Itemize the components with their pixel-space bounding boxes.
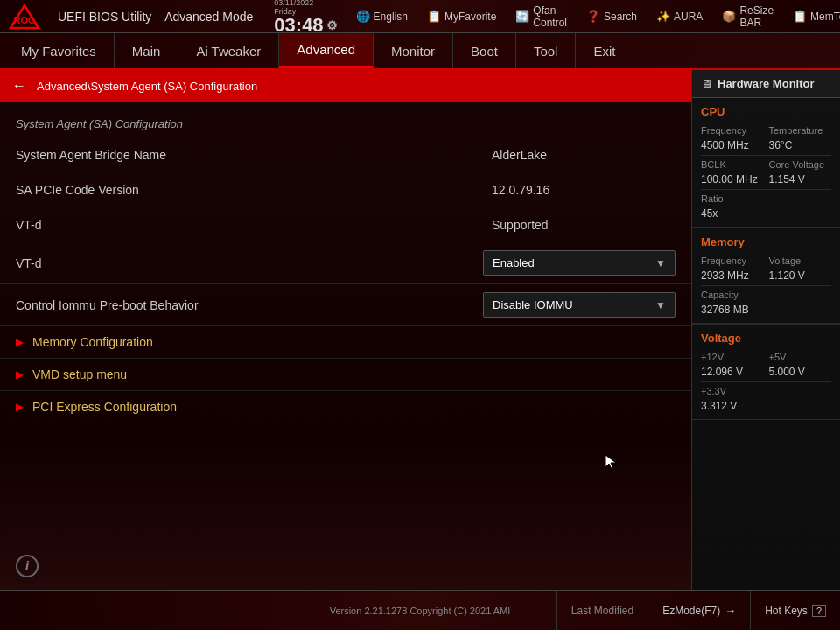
settings-area: System Agent (SA) Configuration System A… <box>0 102 691 542</box>
monitor-icon: 🖥 <box>701 77 712 90</box>
hw-memory-title: Memory <box>701 235 831 248</box>
vtd-dropdown[interactable]: Enabled ▼ <box>483 250 676 276</box>
hotkeys-icon: ? <box>812 605 826 617</box>
topbar-search[interactable]: ❓ Search <box>582 8 641 24</box>
volt-33v-value: 3.312 V <box>701 400 764 412</box>
expandable-vmd-setup[interactable]: ▶ VMD setup menu <box>0 359 691 391</box>
app-title: UEFI BIOS Utility – Advanced Mode <box>58 10 253 24</box>
hw-voltage-grid: +12V +5V 12.096 V 5.000 V <box>701 352 831 378</box>
favorite-icon: 📋 <box>427 10 441 23</box>
memtest-icon: 📋 <box>793 10 807 23</box>
back-button[interactable]: ← <box>12 78 26 94</box>
footer-copyright: Version 2.21.1278 Copyright (C) 2021 AMI <box>330 606 511 616</box>
mem-cap-value: 32768 MB <box>701 304 764 316</box>
cpu-temp-label: Temperature <box>769 125 832 136</box>
setting-row-vtd-dropdown: VT-d Enabled ▼ <box>0 242 691 284</box>
section-label: System Agent (SA) Configuration <box>0 110 691 137</box>
topbar: ROG UEFI BIOS Utility – Advanced Mode 03… <box>0 0 840 33</box>
ezmode-button[interactable]: EzMode(F7) → <box>648 591 750 630</box>
topbar-qfan[interactable]: 🔄 Qfan Control <box>511 3 571 31</box>
setting-row-iommu: Control Iommu Pre-boot Behavior Disable … <box>0 284 691 326</box>
logo-area: ROG <box>9 4 40 30</box>
footer-last-modified[interactable]: Last Modified <box>556 591 648 630</box>
tab-advanced[interactable]: Advanced <box>279 33 374 68</box>
mem-freq-label: Frequency <box>701 256 764 266</box>
topbar-memtest[interactable]: 📋 MemTest86 <box>788 8 840 24</box>
vtd-dropdown-value: Enabled <box>493 256 535 270</box>
resizebar-icon: 📦 <box>722 10 736 23</box>
pcie-version-label: SA PCIe Code Version <box>16 183 483 197</box>
tab-tool[interactable]: Tool <box>516 33 577 68</box>
info-icon: i <box>16 555 38 578</box>
tab-monitor[interactable]: Monitor <box>374 33 453 68</box>
hw-voltage-title: Voltage <box>701 332 831 345</box>
hw-voltage-section: Voltage +12V +5V 12.096 V 5.000 V +3.3V … <box>692 325 840 420</box>
info-area: i <box>0 542 691 590</box>
topbar-language[interactable]: 🌐 English <box>352 8 412 24</box>
tab-main[interactable]: Main <box>115 33 179 68</box>
volt-5v-value: 5.000 V <box>769 366 832 378</box>
hw-cpu-grid: Frequency Temperature 4500 MHz 36°C <box>701 125 831 151</box>
vtd-dropdown-arrow: ▼ <box>655 257 666 270</box>
cpu-bclk-label: BCLK <box>701 159 764 170</box>
vtd-readonly-label: VT-d <box>16 218 483 232</box>
hw-memory-section: Memory Frequency Voltage 2933 MHz 1.120 … <box>692 228 840 324</box>
fan-icon: 🔄 <box>515 10 529 23</box>
expand-arrow-pci: ▶ <box>16 401 24 413</box>
cpu-ratio-value: 45x <box>701 207 764 220</box>
tab-boot[interactable]: Boot <box>453 33 516 68</box>
bridge-name-label: System Agent Bridge Name <box>16 148 483 162</box>
footer: Version 2.21.1278 Copyright (C) 2021 AMI… <box>0 590 840 630</box>
topbar-aura[interactable]: ✨ AURA <box>652 8 707 24</box>
tab-exit[interactable]: Exit <box>576 33 634 68</box>
breadcrumb-text: Advanced\System Agent (SA) Configuration <box>37 80 257 93</box>
hotkeys-label: Hot Keys <box>765 605 808 617</box>
memory-config-label: Memory Configuration <box>32 335 153 349</box>
expandable-pci-express[interactable]: ▶ PCI Express Configuration <box>0 391 691 424</box>
hw-voltage-33v-grid: +3.3V 3.312 V <box>701 386 831 412</box>
footer-right: Last Modified EzMode(F7) → Hot Keys ? <box>556 591 840 630</box>
hw-monitor-header: 🖥 Hardware Monitor <box>692 70 840 98</box>
volt-12v-label: +12V <box>701 352 764 362</box>
topbar-resizebar[interactable]: 📦 ReSize BAR <box>718 3 778 31</box>
hw-memory-cap-grid: Capacity 32768 MB <box>701 290 831 316</box>
hardware-monitor-panel: 🖥 Hardware Monitor CPU Frequency Tempera… <box>691 70 840 590</box>
datetime: 03/11/2022 Friday 03:48 ⚙ <box>274 0 337 35</box>
topbar-myfavorite[interactable]: 📋 MyFavorite <box>423 8 500 24</box>
pci-express-label: PCI Express Configuration <box>32 400 177 414</box>
volt-33v-label: +3.3V <box>701 386 764 396</box>
clock-settings-icon[interactable]: ⚙ <box>326 19 338 32</box>
cpu-corevolt-label: Core Voltage <box>769 159 832 170</box>
mem-volt-label: Voltage <box>769 256 832 266</box>
tab-ai-tweaker[interactable]: Ai Tweaker <box>178 33 279 68</box>
ezmode-label: EzMode(F7) <box>662 605 720 617</box>
search-icon: ❓ <box>586 10 600 23</box>
cpu-temp-value: 36°C <box>769 139 832 151</box>
setting-row-bridge-name: System Agent Bridge Name AlderLake <box>0 137 691 172</box>
mem-cap-label: Capacity <box>701 290 764 300</box>
iommu-dropdown[interactable]: Disable IOMMU ▼ <box>483 292 676 318</box>
expandable-memory-config[interactable]: ▶ Memory Configuration <box>0 326 691 359</box>
date-text: 03/11/2022 Friday <box>274 0 337 16</box>
hw-memory-grid: Frequency Voltage 2933 MHz 1.120 V <box>701 256 831 282</box>
language-icon: 🌐 <box>356 10 370 23</box>
navtabs: My Favorites Main Ai Tweaker Advanced Mo… <box>0 33 840 70</box>
volt-12v-value: 12.096 V <box>701 366 764 378</box>
iommu-dropdown-arrow: ▼ <box>655 299 666 312</box>
cpu-bclk-value: 100.00 MHz <box>701 173 764 186</box>
volt-5v-label: +5V <box>769 352 832 362</box>
breadcrumb: ← Advanced\System Agent (SA) Configurati… <box>0 70 691 102</box>
hw-monitor-title: Hardware Monitor <box>718 77 815 90</box>
ezmode-arrow-icon: → <box>724 604 736 617</box>
pcie-version-value: 12.0.79.16 <box>483 183 676 197</box>
bios-screen: ROG UEFI BIOS Utility – Advanced Mode 03… <box>0 0 840 630</box>
tab-my-favorites[interactable]: My Favorites <box>4 33 115 68</box>
main-content: ← Advanced\System Agent (SA) Configurati… <box>0 70 840 590</box>
hw-cpu-section: CPU Frequency Temperature 4500 MHz 36°C … <box>692 98 840 228</box>
hotkeys-button[interactable]: Hot Keys ? <box>750 591 840 630</box>
cpu-corevolt-value: 1.154 V <box>769 173 832 186</box>
mem-freq-value: 2933 MHz <box>701 270 764 282</box>
cpu-freq-value: 4500 MHz <box>701 139 764 151</box>
iommu-label: Control Iommu Pre-boot Behavior <box>16 298 483 312</box>
hw-cpu-title: CPU <box>701 105 831 118</box>
